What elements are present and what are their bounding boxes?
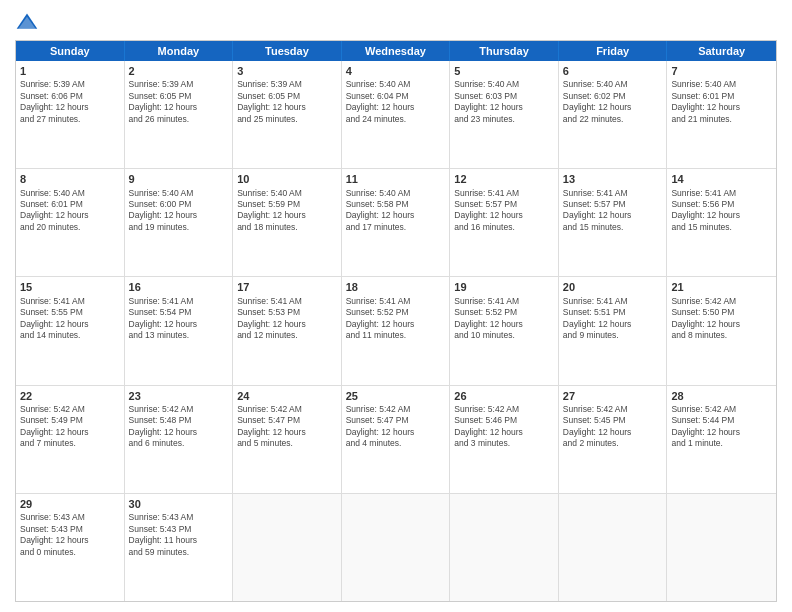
day-number: 27 [563,389,663,403]
day-cell-18: 18Sunrise: 5:41 AMSunset: 5:52 PMDayligh… [342,277,451,384]
day-info: Sunrise: 5:41 AMSunset: 5:54 PMDaylight:… [129,296,229,342]
day-number: 3 [237,64,337,78]
day-info: Sunrise: 5:41 AMSunset: 5:57 PMDaylight:… [454,188,554,234]
day-cell-2: 2Sunrise: 5:39 AMSunset: 6:05 PMDaylight… [125,61,234,168]
day-info: Sunrise: 5:41 AMSunset: 5:57 PMDaylight:… [563,188,663,234]
day-number: 12 [454,172,554,186]
calendar-row-0: 1Sunrise: 5:39 AMSunset: 6:06 PMDaylight… [16,61,776,168]
day-info: Sunrise: 5:39 AMSunset: 6:06 PMDaylight:… [20,79,120,125]
day-info: Sunrise: 5:40 AMSunset: 5:58 PMDaylight:… [346,188,446,234]
day-number: 21 [671,280,772,294]
header-cell-tuesday: Tuesday [233,41,342,61]
day-info: Sunrise: 5:40 AMSunset: 6:00 PMDaylight:… [129,188,229,234]
day-cell-22: 22Sunrise: 5:42 AMSunset: 5:49 PMDayligh… [16,386,125,493]
day-cell-7: 7Sunrise: 5:40 AMSunset: 6:01 PMDaylight… [667,61,776,168]
logo [15,10,43,34]
day-info: Sunrise: 5:43 AMSunset: 5:43 PMDaylight:… [20,512,120,558]
header-area [15,10,777,34]
day-cell-23: 23Sunrise: 5:42 AMSunset: 5:48 PMDayligh… [125,386,234,493]
day-number: 17 [237,280,337,294]
day-info: Sunrise: 5:42 AMSunset: 5:47 PMDaylight:… [346,404,446,450]
day-info: Sunrise: 5:42 AMSunset: 5:49 PMDaylight:… [20,404,120,450]
calendar-body: 1Sunrise: 5:39 AMSunset: 6:06 PMDaylight… [16,61,776,601]
day-cell-10: 10Sunrise: 5:40 AMSunset: 5:59 PMDayligh… [233,169,342,276]
day-cell-1: 1Sunrise: 5:39 AMSunset: 6:06 PMDaylight… [16,61,125,168]
day-number: 9 [129,172,229,186]
day-number: 28 [671,389,772,403]
day-info: Sunrise: 5:42 AMSunset: 5:45 PMDaylight:… [563,404,663,450]
day-cell-19: 19Sunrise: 5:41 AMSunset: 5:52 PMDayligh… [450,277,559,384]
day-number: 1 [20,64,120,78]
day-cell-8: 8Sunrise: 5:40 AMSunset: 6:01 PMDaylight… [16,169,125,276]
day-info: Sunrise: 5:43 AMSunset: 5:43 PMDaylight:… [129,512,229,558]
day-number: 29 [20,497,120,511]
header-cell-friday: Friday [559,41,668,61]
day-number: 10 [237,172,337,186]
calendar-row-1: 8Sunrise: 5:40 AMSunset: 6:01 PMDaylight… [16,168,776,276]
header-cell-thursday: Thursday [450,41,559,61]
day-info: Sunrise: 5:42 AMSunset: 5:50 PMDaylight:… [671,296,772,342]
empty-cell [559,494,668,601]
day-cell-15: 15Sunrise: 5:41 AMSunset: 5:55 PMDayligh… [16,277,125,384]
day-number: 8 [20,172,120,186]
day-cell-26: 26Sunrise: 5:42 AMSunset: 5:46 PMDayligh… [450,386,559,493]
empty-cell [667,494,776,601]
day-number: 25 [346,389,446,403]
day-cell-14: 14Sunrise: 5:41 AMSunset: 5:56 PMDayligh… [667,169,776,276]
day-number: 14 [671,172,772,186]
day-number: 16 [129,280,229,294]
day-cell-30: 30Sunrise: 5:43 AMSunset: 5:43 PMDayligh… [125,494,234,601]
day-cell-5: 5Sunrise: 5:40 AMSunset: 6:03 PMDaylight… [450,61,559,168]
day-number: 2 [129,64,229,78]
day-number: 7 [671,64,772,78]
day-info: Sunrise: 5:42 AMSunset: 5:48 PMDaylight:… [129,404,229,450]
empty-cell [233,494,342,601]
day-cell-4: 4Sunrise: 5:40 AMSunset: 6:04 PMDaylight… [342,61,451,168]
calendar-row-4: 29Sunrise: 5:43 AMSunset: 5:43 PMDayligh… [16,493,776,601]
calendar-header: SundayMondayTuesdayWednesdayThursdayFrid… [16,41,776,61]
day-info: Sunrise: 5:41 AMSunset: 5:55 PMDaylight:… [20,296,120,342]
day-info: Sunrise: 5:42 AMSunset: 5:44 PMDaylight:… [671,404,772,450]
day-info: Sunrise: 5:40 AMSunset: 6:01 PMDaylight:… [20,188,120,234]
empty-cell [342,494,451,601]
day-cell-24: 24Sunrise: 5:42 AMSunset: 5:47 PMDayligh… [233,386,342,493]
day-cell-20: 20Sunrise: 5:41 AMSunset: 5:51 PMDayligh… [559,277,668,384]
day-info: Sunrise: 5:40 AMSunset: 6:02 PMDaylight:… [563,79,663,125]
day-cell-3: 3Sunrise: 5:39 AMSunset: 6:05 PMDaylight… [233,61,342,168]
day-cell-29: 29Sunrise: 5:43 AMSunset: 5:43 PMDayligh… [16,494,125,601]
header-cell-wednesday: Wednesday [342,41,451,61]
day-number: 30 [129,497,229,511]
day-number: 23 [129,389,229,403]
day-cell-12: 12Sunrise: 5:41 AMSunset: 5:57 PMDayligh… [450,169,559,276]
calendar-row-3: 22Sunrise: 5:42 AMSunset: 5:49 PMDayligh… [16,385,776,493]
day-number: 20 [563,280,663,294]
logo-icon [15,10,39,34]
day-cell-27: 27Sunrise: 5:42 AMSunset: 5:45 PMDayligh… [559,386,668,493]
day-number: 15 [20,280,120,294]
header-cell-monday: Monday [125,41,234,61]
header-cell-sunday: Sunday [16,41,125,61]
day-info: Sunrise: 5:39 AMSunset: 6:05 PMDaylight:… [237,79,337,125]
page: SundayMondayTuesdayWednesdayThursdayFrid… [0,0,792,612]
day-number: 22 [20,389,120,403]
day-info: Sunrise: 5:40 AMSunset: 6:01 PMDaylight:… [671,79,772,125]
day-cell-21: 21Sunrise: 5:42 AMSunset: 5:50 PMDayligh… [667,277,776,384]
day-info: Sunrise: 5:41 AMSunset: 5:53 PMDaylight:… [237,296,337,342]
day-cell-16: 16Sunrise: 5:41 AMSunset: 5:54 PMDayligh… [125,277,234,384]
day-number: 6 [563,64,663,78]
empty-cell [450,494,559,601]
day-info: Sunrise: 5:41 AMSunset: 5:51 PMDaylight:… [563,296,663,342]
calendar: SundayMondayTuesdayWednesdayThursdayFrid… [15,40,777,602]
day-cell-11: 11Sunrise: 5:40 AMSunset: 5:58 PMDayligh… [342,169,451,276]
day-info: Sunrise: 5:42 AMSunset: 5:47 PMDaylight:… [237,404,337,450]
day-number: 11 [346,172,446,186]
day-info: Sunrise: 5:41 AMSunset: 5:52 PMDaylight:… [454,296,554,342]
day-number: 18 [346,280,446,294]
day-info: Sunrise: 5:41 AMSunset: 5:56 PMDaylight:… [671,188,772,234]
day-info: Sunrise: 5:39 AMSunset: 6:05 PMDaylight:… [129,79,229,125]
header-cell-saturday: Saturday [667,41,776,61]
day-cell-28: 28Sunrise: 5:42 AMSunset: 5:44 PMDayligh… [667,386,776,493]
day-number: 5 [454,64,554,78]
day-number: 24 [237,389,337,403]
day-number: 26 [454,389,554,403]
